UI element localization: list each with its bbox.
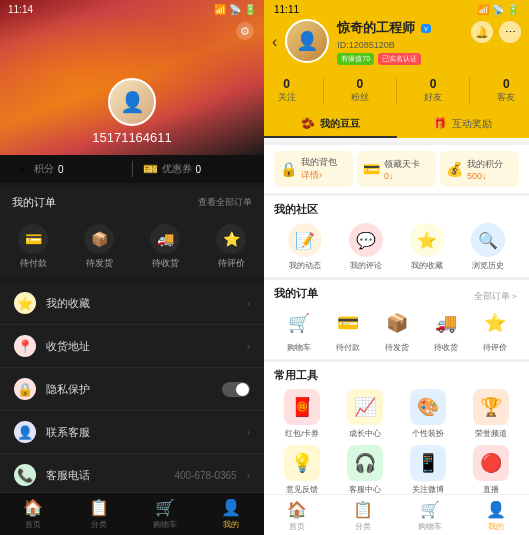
order-all-link[interactable]: 全部订单＞	[474, 290, 519, 303]
wallet-bag[interactable]: 🔒 我的背包 详情›	[274, 151, 353, 187]
order-cart[interactable]: 🛒 购物车	[283, 307, 315, 353]
menu-privacy[interactable]: 🔒 隐私保护	[0, 368, 264, 411]
stat-friends[interactable]: 0 好友	[424, 77, 442, 104]
menu-customer-service[interactable]: 👤 联系客服 ›	[0, 411, 264, 454]
order-pending-ship[interactable]: 📦 待发货	[84, 224, 114, 270]
toggle-knob	[236, 383, 249, 396]
coupon-tool-icon: 🧧	[284, 389, 320, 425]
profile-info: 惊奇的工程师 v ID:12085120B 有缘值70 已实名认证	[337, 19, 463, 65]
tool-feedback[interactable]: 💡 意见反馈	[274, 445, 331, 494]
tool-customize[interactable]: 🎨 个性装扮	[400, 389, 457, 439]
pending-review-label: 待评价	[218, 257, 245, 270]
pending-payment-icon: 💳	[18, 224, 48, 254]
stat-follow[interactable]: 0 关注	[278, 77, 296, 104]
header-actions: 🔔 ⋯	[471, 19, 521, 65]
coupon-icon: 🎫	[143, 162, 158, 176]
pending-ship-label: 待发货	[86, 257, 113, 270]
bag-icon: 🔒	[280, 161, 297, 177]
community-history[interactable]: 🔍 浏览历史	[471, 223, 505, 271]
avatar-left[interactable]: 👤	[108, 78, 156, 126]
home-right-icon: 🏠	[287, 500, 307, 519]
points-label: 积分	[34, 162, 54, 176]
history-label: 浏览历史	[472, 260, 504, 271]
stat-div2	[396, 77, 397, 104]
reward-icon: 🎁	[433, 117, 447, 129]
stat-fans[interactable]: 0 粉丝	[351, 77, 369, 104]
order-review[interactable]: ⭐ 待评价	[479, 307, 511, 353]
tool-live[interactable]: 🔴 直播	[462, 445, 519, 494]
history-icon: 🔍	[471, 223, 505, 257]
order-ship[interactable]: 📦 待发货	[381, 307, 413, 353]
battery-icon: 🔋	[244, 4, 256, 15]
stat-guest[interactable]: 0 客友	[497, 77, 515, 104]
bottom-nav-right: 🏠 首页 📋 分类 🛒 购物车 👤 我的	[264, 494, 529, 535]
cart-icon: 🛒	[155, 498, 175, 517]
follow-num: 0	[283, 77, 290, 91]
stat-div3	[469, 77, 470, 104]
tab-douban[interactable]: 🫘 我的豆豆	[264, 112, 397, 138]
coupon-tool-label: 红包/卡券	[285, 428, 319, 439]
phone-number: 15171164611	[92, 130, 172, 145]
wallet-card-item[interactable]: 💳 领藏天卡 0↓	[357, 151, 436, 187]
points-divider	[132, 161, 133, 177]
phone-icon: 📞	[14, 464, 36, 486]
menu-phone[interactable]: 📞 客服电话 400-678-0365 ›	[0, 454, 264, 492]
bag-text: 我的背包 详情›	[301, 156, 347, 182]
coupon-item[interactable]: 🎫 优惠券 0	[143, 162, 251, 176]
menu-favorites[interactable]: ⭐ 我的收藏 ›	[0, 282, 264, 325]
tool-growth[interactable]: 📈 成长中心	[337, 389, 394, 439]
category-label: 分类	[91, 519, 107, 530]
order-pending-receive[interactable]: 🚚 待收货	[150, 224, 180, 270]
douban-icon: 🫘	[301, 117, 315, 129]
customer-service-label: 联系客服	[46, 425, 237, 440]
order-label: 我的订单	[12, 195, 56, 210]
avatar-right[interactable]: 👤	[285, 19, 329, 63]
more-icon[interactable]: ⋯	[499, 21, 521, 43]
tool-service[interactable]: 🎧 客服中心	[337, 445, 394, 494]
order-pay[interactable]: 💳 待付款	[332, 307, 364, 353]
order-pending-review[interactable]: ⭐ 待评价	[216, 224, 246, 270]
nav-right-category[interactable]: 📋 分类	[330, 500, 396, 532]
view-all-orders-link[interactable]: 查看全部订单	[198, 196, 252, 209]
tab-reward[interactable]: 🎁 互动奖励	[397, 112, 530, 138]
category-icon: 📋	[89, 498, 109, 517]
nav-right-cart[interactable]: 🛒 购物车	[397, 500, 463, 532]
growth-label: 成长中心	[349, 428, 381, 439]
nav-mine[interactable]: 👤 我的	[198, 498, 264, 530]
notification-icon[interactable]: 🔔	[471, 21, 493, 43]
profile-tags: 有缘值70 已实名认证	[337, 53, 463, 65]
nav-home[interactable]: 🏠 首页	[0, 498, 66, 530]
nav-category[interactable]: 📋 分类	[66, 498, 132, 530]
gear-icon[interactable]: ⚙	[236, 22, 254, 40]
customer-service-icon: 👤	[14, 421, 36, 443]
home-label: 首页	[25, 519, 41, 530]
nav-right-mine[interactable]: 👤 我的	[463, 500, 529, 532]
tool-weibo[interactable]: 📱 关注微博	[400, 445, 457, 494]
order-pending-payment[interactable]: 💳 待付款	[18, 224, 48, 270]
tool-honor[interactable]: 🏆 荣誉频道	[462, 389, 519, 439]
community-dynamic[interactable]: 📝 我的动态	[288, 223, 322, 271]
tag-green: 有缘值70	[337, 53, 374, 65]
coupon-value: 0	[196, 164, 202, 175]
community-icons: 📝 我的动态 💬 我的评论 ⭐ 我的收藏 🔍 浏览历史	[274, 223, 519, 271]
wallet-points[interactable]: 💰 我的积分 500↓	[440, 151, 519, 187]
nav-cart[interactable]: 🛒 购物车	[132, 498, 198, 530]
live-icon: 🔴	[473, 445, 509, 481]
order-cart-label: 购物车	[287, 342, 311, 353]
privacy-toggle[interactable]	[222, 382, 250, 397]
back-button[interactable]: ‹	[272, 19, 277, 65]
community-favorites[interactable]: ⭐ 我的收藏	[410, 223, 444, 271]
fans-label: 粉丝	[351, 91, 369, 104]
order-cart-icon: 🛒	[283, 307, 315, 339]
points-item[interactable]: ≡ 积分 0	[14, 161, 122, 177]
order-receive[interactable]: 🚚 待收货	[430, 307, 462, 353]
menu-address[interactable]: 📍 收货地址 ›	[0, 325, 264, 368]
menu-list: ⭐ 我的收藏 › 📍 收货地址 › 🔒 隐私保护 👤 联系客服 › 📞 客服电话…	[0, 282, 264, 492]
community-comments[interactable]: 💬 我的评论	[349, 223, 383, 271]
nav-right-home[interactable]: 🏠 首页	[264, 500, 330, 532]
address-icon: 📍	[14, 335, 36, 357]
phone-left: 11:14 📶 📡 🔋 ⚙ 👤 15171164611 ≡ 积分 0 🎫 优惠券…	[0, 0, 264, 535]
favorites-r-icon: ⭐	[410, 223, 444, 257]
category-right-label: 分类	[355, 521, 371, 532]
tool-coupon[interactable]: 🧧 红包/卡券	[274, 389, 331, 439]
